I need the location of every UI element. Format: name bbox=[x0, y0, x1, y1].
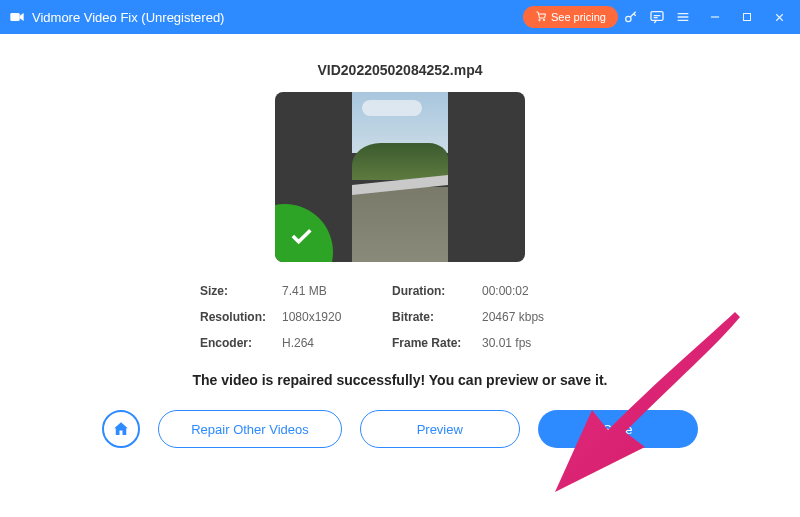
save-label: Save bbox=[603, 422, 633, 437]
duration-value: 00:00:02 bbox=[482, 284, 582, 298]
preview-button[interactable]: Preview bbox=[360, 410, 520, 448]
checkmark-icon bbox=[287, 222, 315, 250]
success-message: The video is repaired successfully! You … bbox=[193, 372, 608, 388]
bitrate-label: Bitrate: bbox=[392, 310, 482, 324]
save-button[interactable]: Save bbox=[538, 410, 698, 448]
see-pricing-button[interactable]: See pricing bbox=[523, 6, 618, 28]
video-thumbnail[interactable] bbox=[275, 92, 525, 262]
home-button[interactable] bbox=[102, 410, 140, 448]
resolution-value: 1080x1920 bbox=[282, 310, 392, 324]
window-controls bbox=[702, 4, 792, 30]
key-icon[interactable] bbox=[618, 4, 644, 30]
maximize-button[interactable] bbox=[734, 4, 760, 30]
app-title: Vidmore Video Fix (Unregistered) bbox=[32, 10, 224, 25]
video-info-grid: Size: 7.41 MB Duration: 00:00:02 Resolut… bbox=[200, 284, 600, 350]
preview-label: Preview bbox=[417, 422, 463, 437]
minimize-button[interactable] bbox=[702, 4, 728, 30]
app-window: Vidmore Video Fix (Unregistered) See pri… bbox=[0, 0, 800, 517]
see-pricing-label: See pricing bbox=[551, 11, 606, 23]
svg-rect-0 bbox=[10, 13, 19, 21]
framerate-value: 30.01 fps bbox=[482, 336, 582, 350]
svg-point-4 bbox=[626, 16, 631, 21]
repair-other-videos-button[interactable]: Repair Other Videos bbox=[158, 410, 342, 448]
svg-rect-6 bbox=[744, 14, 751, 21]
size-label: Size: bbox=[200, 284, 282, 298]
titlebar: Vidmore Video Fix (Unregistered) See pri… bbox=[0, 0, 800, 34]
svg-marker-1 bbox=[20, 13, 24, 21]
app-logo-icon bbox=[8, 8, 26, 26]
svg-point-3 bbox=[543, 19, 545, 21]
encoder-value: H.264 bbox=[282, 336, 392, 350]
feedback-icon[interactable] bbox=[644, 4, 670, 30]
file-name: VID20220502084252.mp4 bbox=[317, 62, 482, 78]
main-content: VID20220502084252.mp4 Size: 7.41 MB Dura… bbox=[0, 34, 800, 517]
bitrate-value: 20467 kbps bbox=[482, 310, 582, 324]
thumbnail-image bbox=[352, 92, 448, 262]
duration-label: Duration: bbox=[392, 284, 482, 298]
resolution-label: Resolution: bbox=[200, 310, 282, 324]
close-button[interactable] bbox=[766, 4, 792, 30]
home-icon bbox=[112, 420, 130, 438]
success-badge bbox=[275, 204, 333, 262]
menu-icon[interactable] bbox=[670, 4, 696, 30]
encoder-label: Encoder: bbox=[200, 336, 282, 350]
repair-other-label: Repair Other Videos bbox=[191, 422, 309, 437]
action-buttons: Repair Other Videos Preview Save bbox=[102, 410, 698, 448]
size-value: 7.41 MB bbox=[282, 284, 392, 298]
cart-icon bbox=[535, 10, 547, 24]
svg-point-2 bbox=[539, 19, 541, 21]
framerate-label: Frame Rate: bbox=[392, 336, 482, 350]
